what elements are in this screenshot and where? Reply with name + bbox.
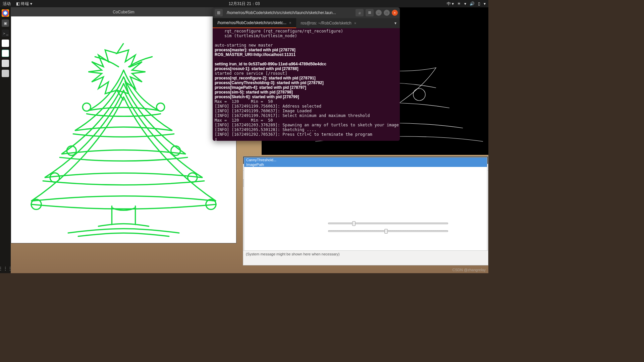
terminal-tab[interactable]: ros@ros: ~/RobCode/sketch× <box>296 18 361 28</box>
svg-point-0 <box>413 88 425 101</box>
svg-point-3 <box>157 103 165 111</box>
dock-terminal[interactable]: ＞_ <box>2 29 9 37</box>
svg-point-2 <box>83 103 91 111</box>
terminal-tabbar: /home/ros/RobCode/sketch/src/sketc...×ro… <box>213 18 400 28</box>
battery-icon: ▯ <box>478 1 480 6</box>
tree-node[interactable]: ImagePath <box>244 162 487 167</box>
terminal-headerbar[interactable]: ⊞ /home/ros/RobCode/sketch/src/sketch/la… <box>213 7 400 18</box>
cocubesim-window: CoCubeSim <box>11 7 236 243</box>
dock-app-2[interactable]: ▣ <box>2 19 9 27</box>
rqt-sidebar: Filter key: Collapse all Expand all Cann… <box>243 171 287 250</box>
gnome-topbar: 活动 ◧ 终端 ▾ 12月31日 21：03 中 ▾ ☀ ▾ 🔊 ▯ ▾ <box>0 0 488 7</box>
app-menu[interactable]: ◧ 终端 ▾ <box>16 1 32 7</box>
tab-close-icon[interactable]: × <box>289 21 291 25</box>
ime-indicator[interactable]: 中 ▾ <box>447 1 454 7</box>
turtlesim-canvas <box>11 16 236 243</box>
brightness-icon: ☀ <box>457 1 461 6</box>
maximize-icon[interactable]: □ <box>384 10 390 16</box>
dock-app-4[interactable] <box>2 40 9 47</box>
clock[interactable]: 12月31日 21：03 <box>229 1 260 7</box>
dock-app-6[interactable] <box>2 60 9 67</box>
hamburger-icon[interactable]: ≡ <box>366 9 374 16</box>
wifi-icon: ▾ <box>464 1 466 6</box>
terminal-tab[interactable]: /home/ros/RobCode/sketch/src/sketc...× <box>213 18 296 28</box>
system-menu-chevron[interactable]: ▾ <box>484 1 486 6</box>
watermark: CSDN @zhangrelay <box>452 268 486 272</box>
svg-point-7 <box>188 173 197 182</box>
max-slider[interactable] <box>328 230 448 232</box>
terminal-window: ⊞ /home/ros/RobCode/sketch/src/sketch/la… <box>213 7 400 141</box>
close-icon[interactable]: × <box>392 10 398 16</box>
cocubesim-titlebar[interactable]: CoCubeSim <box>11 8 236 16</box>
rqt-window: rqt_reconfigure__Param - rqt – □ × Dynam… <box>243 156 488 265</box>
terminal-title: /home/ros/RobCode/sketch/src/sketch/laun… <box>225 10 354 15</box>
dock-chrome[interactable] <box>2 9 9 17</box>
search-icon[interactable]: ⌕ <box>356 9 364 16</box>
rqt-statusbar: (System message might be shown here when… <box>243 250 488 265</box>
app-grid-icon[interactable]: ⋮⋮⋮ <box>0 266 12 271</box>
tab-close-icon[interactable]: × <box>354 21 356 25</box>
dock: ▣ ＞_ ⋮⋮⋮ <box>0 7 11 273</box>
svg-point-6 <box>50 173 59 182</box>
tab-overflow-icon[interactable]: ▾ <box>391 21 400 25</box>
new-tab-icon[interactable]: ⊞ <box>215 9 223 16</box>
tree-node[interactable]: CannyThreshold... <box>244 158 487 162</box>
minimize-icon[interactable]: – <box>376 10 382 16</box>
dock-app-7[interactable] <box>2 70 9 77</box>
min-slider[interactable] <box>328 223 448 224</box>
volume-icon: 🔊 <box>470 1 475 6</box>
node-tree[interactable]: CannyThreshold...ImagePath <box>244 157 487 264</box>
activities-button[interactable]: 活动 <box>3 1 11 7</box>
dock-app-5[interactable] <box>2 50 9 57</box>
terminal-output[interactable]: rqt_reconfigure (rqt_reconfigure/rqt_rec… <box>213 28 400 141</box>
